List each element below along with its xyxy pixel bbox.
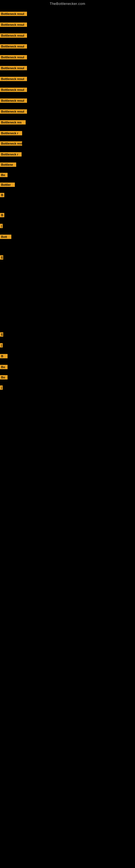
bar-label-17[interactable]: Bottler [0,183,15,187]
bar-row-15: Bottlene [0,162,16,167]
bar-label-7[interactable]: Bottleneck resul [0,77,27,81]
bar-label-10[interactable]: Bottleneck resul [0,109,27,114]
bar-row-1: Bottleneck resul [0,12,27,16]
bar-label-12[interactable]: Bottleneck r [0,131,22,135]
bar-row-10: Bottleneck resul [0,109,27,114]
bar-row-28: | [0,385,3,390]
bar-label-18[interactable]: B [0,193,4,197]
bar-row-26: Bo [0,365,8,369]
bar-label-19[interactable]: B [0,213,4,217]
bar-row-20: | [0,224,3,228]
bar-label-2[interactable]: Bottleneck resul [0,23,27,27]
bar-label-9[interactable]: Bottleneck resul [0,98,27,103]
bar-label-20[interactable]: | [0,224,3,228]
bar-label-4[interactable]: Bottleneck resul [0,44,27,49]
bar-label-23[interactable]: E [0,332,3,337]
bar-label-5[interactable]: Bottleneck resul [0,55,27,59]
bar-label-15[interactable]: Bottlene [0,162,16,167]
bar-row-3: Bottleneck resul [0,33,27,38]
bar-label-11[interactable]: Bottleneck res [0,120,26,124]
bar-label-25[interactable]: B [0,354,8,358]
bar-label-16[interactable]: Bo [0,173,8,177]
bar-label-6[interactable]: Bottleneck resul [0,66,27,70]
bar-row-13: Bottleneck rest [0,141,22,146]
bar-row-14: Bottleneck r [0,152,21,156]
bar-row-12: Bottleneck r [0,131,22,135]
bar-row-23: E [0,332,3,337]
bar-label-21[interactable]: Bott [0,235,11,239]
bar-label-3[interactable]: Bottleneck resul [0,33,27,38]
bar-row-11: Bottleneck res [0,120,26,124]
bar-row-2: Bottleneck resul [0,23,27,27]
site-title: TheBottlenecker.com [0,0,135,7]
bar-row-6: Bottleneck resul [0,66,27,70]
bar-row-4: Bottleneck resul [0,44,27,49]
bar-label-26[interactable]: Bo [0,365,8,369]
bar-label-14[interactable]: Bottleneck r [0,152,21,156]
bar-row-18: B [0,193,4,197]
bar-row-21: Bott [0,235,11,239]
bar-label-1[interactable]: Bottleneck resul [0,12,27,16]
bar-label-24[interactable]: | [0,343,3,347]
bar-row-27: Bo [0,375,8,379]
bar-row-7: Bottleneck resul [0,77,27,81]
bar-label-13[interactable]: Bottleneck rest [0,141,22,146]
bar-row-5: Bottleneck resul [0,55,27,59]
bar-row-22: E [0,255,3,259]
bar-label-22[interactable]: E [0,255,3,259]
bar-row-16: Bo [0,173,8,177]
bar-row-17: Bottler [0,183,15,187]
bar-label-8[interactable]: Bottleneck resul [0,88,27,92]
bar-row-24: | [0,343,3,347]
bar-label-28[interactable]: | [0,385,3,390]
bar-row-25: B [0,354,8,358]
bar-label-27[interactable]: Bo [0,375,8,379]
bar-row-9: Bottleneck resul [0,98,27,103]
bar-row-19: B [0,213,4,217]
bar-row-8: Bottleneck resul [0,88,27,92]
